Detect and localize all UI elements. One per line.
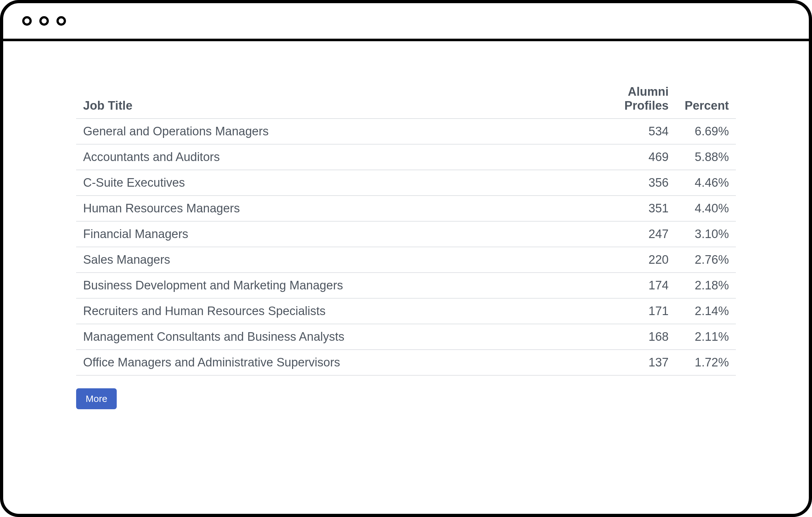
table-row: General and Operations Managers5346.69% — [76, 119, 736, 144]
header-job-title: Job Title — [76, 79, 615, 119]
cell-alumni-profiles: 168 — [615, 324, 676, 349]
cell-job-title: Sales Managers — [76, 247, 615, 273]
cell-job-title: Business Development and Marketing Manag… — [76, 273, 615, 298]
cell-job-title: General and Operations Managers — [76, 119, 615, 144]
page-content: Job Title Alumni Profiles Percent Genera… — [3, 41, 809, 409]
cell-alumni-profiles: 174 — [615, 273, 676, 298]
cell-percent: 2.76% — [676, 247, 736, 273]
window-control-dot — [56, 16, 66, 26]
alumni-job-table: Job Title Alumni Profiles Percent Genera… — [76, 79, 736, 376]
table-row: Office Managers and Administrative Super… — [76, 349, 736, 375]
table-row: C-Suite Executives3564.46% — [76, 170, 736, 195]
cell-alumni-profiles: 137 — [615, 349, 676, 375]
cell-alumni-profiles: 469 — [615, 144, 676, 170]
cell-percent: 3.10% — [676, 221, 736, 247]
window-titlebar — [3, 3, 809, 41]
cell-percent: 5.88% — [676, 144, 736, 170]
header-percent: Percent — [676, 79, 736, 119]
table-row: Financial Managers2473.10% — [76, 221, 736, 247]
cell-alumni-profiles: 171 — [615, 298, 676, 324]
cell-percent: 1.72% — [676, 349, 736, 375]
cell-job-title: Accountants and Auditors — [76, 144, 615, 170]
cell-percent: 2.11% — [676, 324, 736, 349]
cell-alumni-profiles: 351 — [615, 195, 676, 221]
cell-percent: 4.40% — [676, 195, 736, 221]
cell-job-title: C-Suite Executives — [76, 170, 615, 195]
cell-percent: 6.69% — [676, 119, 736, 144]
cell-alumni-profiles: 220 — [615, 247, 676, 273]
more-button[interactable]: More — [76, 388, 117, 409]
table-row: Management Consultants and Business Anal… — [76, 324, 736, 349]
table-row: Human Resources Managers3514.40% — [76, 195, 736, 221]
table-row: Recruiters and Human Resources Specialis… — [76, 298, 736, 324]
header-alumni-profiles: Alumni Profiles — [615, 79, 676, 119]
window-control-dot — [39, 16, 49, 26]
cell-alumni-profiles: 534 — [615, 119, 676, 144]
cell-alumni-profiles: 356 — [615, 170, 676, 195]
table-header-row: Job Title Alumni Profiles Percent — [76, 79, 736, 119]
cell-job-title: Recruiters and Human Resources Specialis… — [76, 298, 615, 324]
cell-job-title: Financial Managers — [76, 221, 615, 247]
cell-alumni-profiles: 247 — [615, 221, 676, 247]
table-row: Business Development and Marketing Manag… — [76, 273, 736, 298]
cell-job-title: Management Consultants and Business Anal… — [76, 324, 615, 349]
window-control-dot — [22, 16, 32, 26]
cell-percent: 2.14% — [676, 298, 736, 324]
cell-percent: 2.18% — [676, 273, 736, 298]
table-row: Sales Managers2202.76% — [76, 247, 736, 273]
cell-job-title: Human Resources Managers — [76, 195, 615, 221]
cell-percent: 4.46% — [676, 170, 736, 195]
cell-job-title: Office Managers and Administrative Super… — [76, 349, 615, 375]
table-row: Accountants and Auditors4695.88% — [76, 144, 736, 170]
browser-frame: Job Title Alumni Profiles Percent Genera… — [0, 0, 812, 517]
